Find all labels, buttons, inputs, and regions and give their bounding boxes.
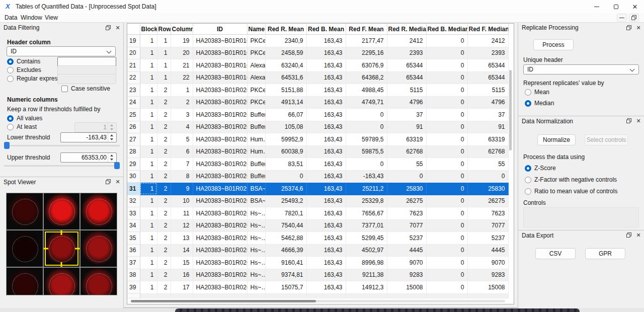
table-cell[interactable]: PKCe… [247, 96, 265, 109]
table-cell[interactable]: 7077 [467, 219, 508, 232]
table-cell[interactable]: 163,43 [306, 121, 346, 133]
table-cell[interactable]: 10 [171, 195, 193, 207]
table-cell[interactable]: 21 [171, 59, 193, 72]
table-cell[interactable]: 4666,39 [265, 244, 306, 257]
row-header[interactable]: 27 [127, 133, 140, 146]
spot-cell[interactable] [44, 268, 80, 295]
all-values-radio[interactable]: All values [7, 115, 42, 122]
table-cell[interactable]: 64368,2 [346, 71, 387, 84]
column-header[interactable]: Red R. Median [387, 24, 426, 35]
row-header[interactable]: 23 [127, 84, 140, 97]
table-cell[interactable]: Alexa… [247, 71, 265, 84]
table-cell[interactable]: 163,43 [306, 232, 346, 245]
table-cell[interactable]: 7623 [467, 207, 508, 220]
table-cell[interactable]: 0 [426, 35, 467, 47]
table-cell[interactable]: 163,43 [306, 109, 346, 121]
table-cell[interactable]: 163,43 [306, 158, 346, 171]
table-cell[interactable]: 7656,67 [346, 207, 387, 220]
table-cell[interactable]: 0 [467, 170, 508, 183]
table-cell[interactable]: HA20383~B01R02C12 [193, 219, 247, 232]
table-cell[interactable]: 9160,41 [265, 257, 306, 269]
table-cell[interactable]: 1 [140, 170, 157, 183]
table-cell[interactable]: 1 [140, 133, 157, 146]
table-cell[interactable]: 2 [157, 145, 171, 158]
table-cell[interactable]: 25211,2 [346, 183, 387, 195]
z-factor-radio[interactable]: Z-Factor with negative controls [525, 176, 617, 183]
table-cell[interactable]: HA20383~B01R02C03 [193, 109, 247, 121]
table-cell[interactable]: Alexa… [247, 59, 265, 72]
table-cell[interactable]: 25830 [467, 183, 508, 195]
table-cell[interactable]: HA20383~B01R02C05 [193, 133, 247, 146]
table-cell[interactable]: 0 [426, 84, 467, 97]
table-cell[interactable]: 163,43 [306, 170, 346, 183]
table-cell[interactable]: 2 [157, 281, 171, 294]
table-cell[interactable]: 163,43 [306, 269, 346, 281]
table-cell[interactable]: 0 [426, 96, 467, 109]
table-cell[interactable]: 11 [171, 207, 193, 220]
table-cell[interactable]: 2177,47 [346, 35, 387, 47]
table-cell[interactable]: 12 [171, 219, 193, 232]
table-cell[interactable]: 4502,97 [346, 244, 387, 257]
table-cell[interactable]: 2 [157, 232, 171, 245]
table-cell[interactable]: 1 [140, 121, 157, 133]
vertical-scrollbar[interactable] [509, 70, 512, 150]
row-header[interactable]: 29 [127, 158, 140, 171]
table-cell[interactable]: 63240,4 [265, 59, 306, 72]
table-cell[interactable]: HA20383~B01R02C17 [193, 281, 247, 294]
table-cell[interactable]: 7377,01 [346, 219, 387, 232]
table-cell[interactable]: 6 [171, 145, 193, 158]
table-cell[interactable]: 25329,8 [346, 195, 387, 207]
row-header[interactable]: 19 [127, 35, 140, 47]
upper-threshold-spinbox[interactable]: 65353,00 [60, 152, 117, 163]
table-cell[interactable]: 59789,5 [346, 133, 387, 146]
mdi-restore-button[interactable] [629, 14, 639, 22]
table-cell[interactable]: 2340,9 [265, 35, 306, 47]
table-cell[interactable]: 14 [171, 244, 193, 257]
horizontal-scrollbar[interactable] [131, 300, 316, 302]
normalize-button[interactable]: Normalize [537, 134, 576, 145]
spot-cell[interactable] [80, 230, 117, 267]
table-cell[interactable]: PKCe… [247, 47, 265, 59]
spinner-arrows-icon[interactable] [108, 133, 115, 142]
row-header[interactable]: 28 [127, 145, 140, 158]
table-cell[interactable]: HA20383~B01R01C19 [193, 35, 247, 47]
table-cell[interactable]: 1 [140, 219, 157, 232]
spot-cell[interactable] [44, 193, 80, 229]
table-cell[interactable]: 1 [140, 281, 157, 294]
table-cell[interactable]: Buffer [247, 158, 265, 171]
table-cell[interactable]: 163,43 [306, 195, 346, 207]
table-cell[interactable]: 9070 [387, 257, 426, 269]
table-cell[interactable]: 4796 [467, 96, 508, 109]
column-header[interactable]: Name [247, 24, 265, 35]
table-cell[interactable]: 163,43 [306, 71, 346, 84]
table-cell[interactable]: 2 [157, 257, 171, 269]
unique-header-combobox[interactable]: ID [523, 64, 639, 74]
table-cell[interactable]: HA20383~B01R02C02 [193, 96, 247, 109]
table-cell[interactable]: 59875,5 [346, 145, 387, 158]
table-cell[interactable]: 0 [426, 170, 467, 183]
table-cell[interactable]: 2 [157, 244, 171, 257]
table-cell[interactable]: 163,43 [306, 59, 346, 72]
table-cell[interactable]: 0 [426, 121, 467, 133]
table-cell[interactable]: 0 [346, 121, 387, 133]
spot-cell[interactable] [80, 193, 117, 229]
table-cell[interactable]: 25493,2 [265, 195, 306, 207]
table-cell[interactable]: Hs~… [247, 257, 265, 269]
table-cell[interactable]: 163,43 [306, 145, 346, 158]
table-cell[interactable]: 2 [157, 96, 171, 109]
row-header[interactable]: 32 [127, 195, 140, 207]
table-cell[interactable]: 163,43 [306, 47, 346, 59]
selection-handle[interactable] [61, 230, 62, 235]
table-cell[interactable]: 2 [157, 121, 171, 133]
spinner-arrows-icon[interactable] [108, 153, 115, 162]
table-cell[interactable]: 5299,45 [346, 232, 387, 245]
row-header[interactable]: 39 [127, 281, 140, 294]
table-cell[interactable]: 9283 [467, 269, 508, 281]
table-cell[interactable]: BSA~… [247, 195, 265, 207]
mean-radio[interactable]: Mean [525, 89, 549, 96]
row-header[interactable]: 26 [127, 121, 140, 133]
table-cell[interactable]: 1 [140, 257, 157, 269]
table-cell[interactable]: 2295,16 [346, 47, 387, 59]
row-header[interactable]: 36 [127, 244, 140, 257]
table-cell[interactable]: 1 [140, 84, 157, 97]
